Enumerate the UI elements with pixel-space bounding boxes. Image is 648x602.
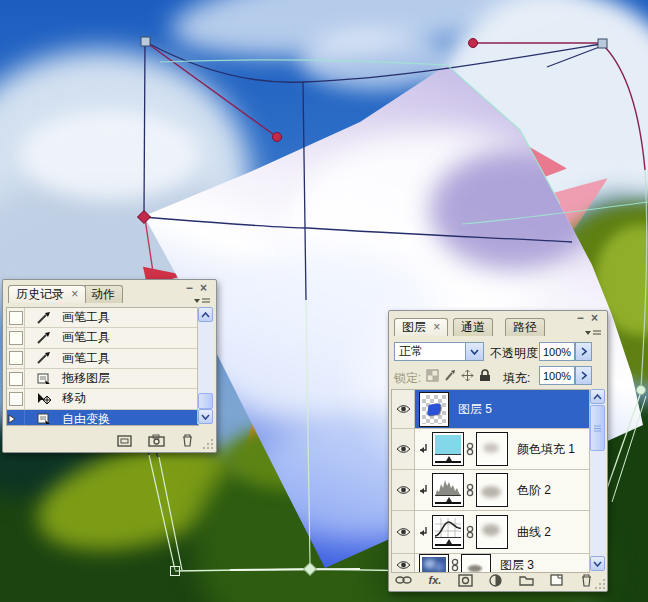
resize-grip[interactable]	[202, 438, 214, 450]
blend-mode-select[interactable]: 正常	[394, 342, 484, 361]
scroll-up-button[interactable]	[590, 389, 605, 404]
layers-scrollbar[interactable]	[589, 389, 605, 571]
history-row[interactable]: 移动	[7, 389, 198, 409]
layer-thumbnail[interactable]	[419, 392, 449, 427]
new-adjustment-layer-icon[interactable]	[489, 574, 502, 587]
history-row[interactable]: 拖移图层	[7, 369, 198, 389]
layer-row[interactable]: 图层 3	[392, 554, 589, 573]
panel-menu-icon[interactable]	[584, 328, 602, 338]
lock-position-icon[interactable]	[461, 369, 474, 382]
history-step-label: 画笔工具	[62, 309, 110, 326]
scrollbar-thumb[interactable]	[198, 393, 213, 409]
warp-control-point[interactable]	[469, 39, 478, 48]
layer-row[interactable]: 色阶 2	[392, 470, 589, 511]
transform-handle-top-left[interactable]	[141, 37, 150, 46]
layer-mask-thumbnail[interactable]	[461, 554, 491, 573]
layer-row[interactable]: 曲线 2	[392, 511, 589, 554]
layer-name[interactable]: 颜色填充 1	[517, 441, 575, 458]
scroll-up-button[interactable]	[198, 307, 213, 322]
history-step-label: 拖移图层	[62, 370, 110, 387]
warp-anchor-right[interactable]	[637, 386, 646, 395]
layer-mask-thumbnail[interactable]	[476, 432, 508, 466]
panel-menu-icon[interactable]	[193, 296, 211, 306]
layer-mask-thumbnail[interactable]	[476, 515, 508, 549]
warp-control-point[interactable]	[273, 133, 282, 142]
history-brush-well[interactable]	[9, 331, 23, 345]
add-layer-mask-icon[interactable]	[458, 574, 473, 587]
new-snapshot-icon[interactable]	[148, 434, 165, 447]
dropdown-arrow-icon[interactable]	[465, 343, 483, 360]
levels-adjustment-thumbnail[interactable]	[432, 473, 464, 507]
layer-name[interactable]: 曲线 2	[517, 524, 551, 541]
layer-row[interactable]: 图层 5	[392, 390, 589, 429]
tab-history-close[interactable]: ×	[71, 287, 78, 301]
history-brush-well[interactable]	[9, 372, 23, 386]
history-brush-well[interactable]	[9, 351, 23, 365]
new-document-from-state-icon[interactable]	[117, 434, 132, 447]
tab-paths[interactable]: 路径	[505, 318, 545, 336]
fill-input[interactable]: 100%	[539, 366, 575, 385]
tab-channels-label: 通道	[461, 320, 485, 334]
tab-layers-close[interactable]: ×	[433, 320, 440, 334]
curves-adjustment-thumbnail[interactable]	[432, 515, 464, 549]
layer-visibility-eye-icon[interactable]	[396, 560, 411, 570]
layer-style-fx-icon[interactable]: fx.	[429, 574, 442, 586]
layer-row[interactable]: 颜色填充 1	[392, 429, 589, 470]
tab-layers-label: 图层	[402, 320, 426, 334]
transform-handle-top-right[interactable]	[598, 39, 607, 48]
scroll-down-button[interactable]	[198, 409, 213, 424]
link-layers-icon[interactable]	[395, 575, 412, 585]
opacity-input[interactable]: 100%	[539, 342, 575, 361]
lock-pixels-icon[interactable]	[444, 369, 457, 382]
history-row[interactable]: 画笔工具	[7, 328, 198, 348]
delete-state-icon[interactable]	[181, 433, 194, 447]
layer-mask-link-icon[interactable]	[451, 558, 459, 572]
tab-channels[interactable]: 通道	[453, 318, 493, 336]
history-footer	[3, 431, 216, 449]
layers-window-buttons[interactable]: − ×	[577, 313, 600, 323]
tab-layers[interactable]: 图层 ×	[394, 318, 448, 336]
layer-visibility-eye-icon[interactable]	[396, 527, 411, 537]
clipping-mask-arrow-icon	[418, 442, 430, 456]
new-group-icon[interactable]	[519, 574, 534, 586]
scrollbar-thumb[interactable]	[590, 405, 605, 451]
warp-anchor-bottom[interactable]	[304, 563, 317, 576]
transform-handle-bottom-left[interactable]	[171, 567, 180, 576]
layer-visibility-eye-icon[interactable]	[396, 404, 411, 414]
history-row-selected[interactable]: 自由变换	[7, 410, 198, 426]
opacity-spinner[interactable]	[575, 342, 592, 361]
fill-layer-thumbnail[interactable]	[432, 432, 464, 466]
layer-name[interactable]: 色阶 2	[517, 482, 551, 499]
layer-name[interactable]: 图层 5	[458, 401, 492, 418]
new-layer-icon[interactable]	[550, 574, 563, 586]
layers-footer: fx.	[395, 572, 593, 588]
history-brush-well[interactable]	[9, 392, 23, 406]
history-brush-well[interactable]	[9, 311, 23, 325]
layer-mask-thumbnail[interactable]	[476, 473, 508, 507]
scroll-down-button[interactable]	[590, 556, 605, 571]
history-list: 画笔工具 画笔工具 画笔工具 拖移图层 移动	[6, 307, 199, 426]
lock-transparency-icon[interactable]	[426, 369, 439, 382]
tab-history[interactable]: 历史记录 ×	[8, 285, 86, 303]
fill-spinner[interactable]	[575, 366, 592, 385]
layers-list: 图层 5 颜色填充 1	[391, 389, 590, 573]
layer-visibility-eye-icon[interactable]	[396, 444, 411, 454]
layer-mask-link-icon[interactable]	[466, 525, 474, 539]
layer-mask-link-icon[interactable]	[466, 483, 474, 497]
tab-actions[interactable]: 动作	[83, 285, 123, 303]
history-step-label: 画笔工具	[62, 350, 110, 367]
resize-grip[interactable]	[594, 578, 606, 590]
layer-thumbnail[interactable]	[419, 554, 449, 573]
layer-name[interactable]: 图层 3	[500, 557, 534, 574]
history-scrollbar[interactable]	[197, 307, 213, 424]
layer-visibility-eye-icon[interactable]	[396, 485, 411, 495]
lock-all-icon[interactable]	[479, 369, 491, 382]
history-window-buttons[interactable]: − ×	[186, 283, 209, 293]
layer-mask-link-icon[interactable]	[466, 442, 474, 456]
history-row[interactable]: 画笔工具	[7, 308, 198, 328]
warp-anchor-left[interactable]	[138, 211, 151, 224]
blend-mode-value: 正常	[395, 343, 465, 360]
delete-layer-icon[interactable]	[580, 573, 593, 587]
history-row[interactable]: 画笔工具	[7, 349, 198, 369]
opacity-label: 不透明度:	[490, 345, 541, 362]
